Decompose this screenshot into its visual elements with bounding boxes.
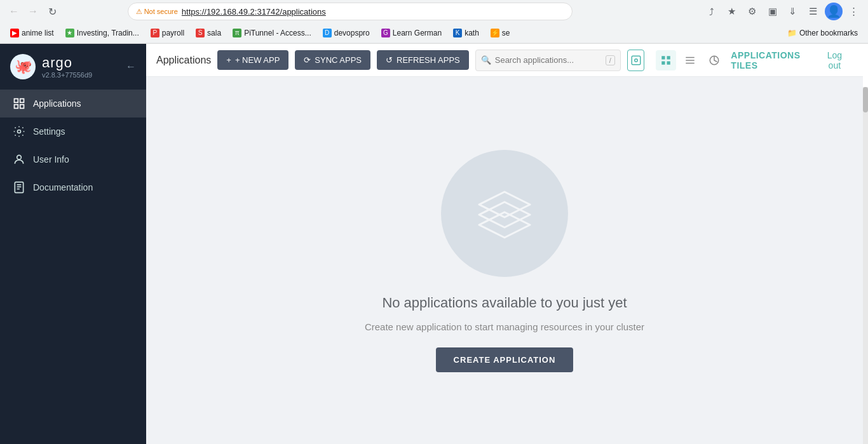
bookmark-se[interactable]: ⚡ se [485,25,515,41]
bookmark-favicon: G [381,29,390,37]
svg-rect-14 [662,61,665,64]
sidebar-item-label: Settings [33,126,65,137]
back-button[interactable]: ← [5,3,23,20]
sidebar-item-applications[interactable]: Applications [0,90,146,118]
svg-rect-3 [20,105,24,109]
list-view-button[interactable] [680,50,700,71]
main-content: Applications + + NEW APP ⟳ SYNC APPS ↺ R… [146,44,863,444]
share-button[interactable]: ⤴ [703,3,721,20]
sidebar-item-label: Applications [33,98,81,109]
menu-button[interactable]: ⋮ [845,3,863,20]
bookmark-star-button[interactable]: ★ [723,3,741,20]
bookmark-favicon: S [196,29,205,37]
warning-icon: ⚠ [136,8,142,16]
empty-state: No applications available to you just ye… [146,77,863,444]
empty-state-subtitle: Create new application to start managing… [365,321,644,332]
bookmark-pitunnel[interactable]: π PiTunnel - Access... [227,25,316,41]
bookmark-anime-list[interactable]: ▶ anime list [5,25,59,41]
bookmark-sala[interactable]: S sala [191,25,226,41]
logout-button[interactable]: Log out [817,46,853,74]
app-container: 🐙 argo v2.8.3+77556d9 ← Applications [0,44,868,444]
user-info-icon [13,153,25,166]
logo-icon: 🐙 [10,54,36,79]
toolbar-icons: ⤴ ★ ⚙ ▣ ⇓ ☰ 👤 ⋮ [703,3,863,20]
page-title: Applications [156,55,211,66]
bookmark-favicon: ⚡ [491,29,499,37]
logo-text: argo [42,55,119,71]
extensions-button[interactable]: ⚙ [743,3,761,20]
view-toggle [656,50,724,71]
download-button[interactable]: ⇓ [784,3,802,20]
sidebar-toggle-button[interactable]: ☰ [804,3,822,20]
bookmark-favicon: π [233,29,241,37]
sidebar-item-settings[interactable]: Settings [0,118,146,145]
sidebar: 🐙 argo v2.8.3+77556d9 ← Applications [0,44,146,444]
svg-rect-10 [632,56,641,65]
settings-icon [13,125,25,138]
svg-rect-1 [20,99,24,103]
grid-view-button[interactable] [656,50,676,71]
reload-button[interactable]: ↻ [43,3,61,20]
bookmark-label: Learn German [393,29,442,37]
scrollbar-track[interactable] [863,87,868,444]
refresh-apps-button[interactable]: ↺ REFRESH APPS [377,50,469,70]
bookmark-favicon: P [151,29,159,37]
filter-button[interactable] [627,50,645,71]
sync-apps-button[interactable]: ⟳ SYNC APPS [295,50,370,70]
bookmark-investing[interactable]: ★ Investing, Tradin... [60,25,144,41]
bookmarks-bar: ▶ anime list ★ Investing, Tradin... P pa… [0,23,868,43]
nav-buttons: ← → ↻ [5,3,61,20]
logo-octopus: 🐙 [15,58,32,75]
cast-button[interactable]: ▣ [764,3,782,20]
search-icon: 🔍 [481,55,491,65]
svg-point-11 [634,58,637,62]
applications-tiles-label: APPLICATIONS TILES [731,50,810,71]
collapse-sidebar-button[interactable]: ← [126,61,136,72]
bookmark-label: PiTunnel - Access... [244,29,311,37]
scrollbar-thumb[interactable] [863,87,868,112]
refresh-icon: ↺ [386,55,393,65]
sidebar-nav: Applications Settings Us [0,90,146,444]
bookmark-devopspro[interactable]: D devopspro [318,25,375,41]
bookmark-payroll[interactable]: P payroll [146,25,189,41]
bookmark-label: sala [207,29,221,37]
svg-point-4 [18,130,21,133]
bookmark-learn-german[interactable]: G Learn German [376,25,447,41]
address-bar[interactable]: ⚠ Not secure https://192.168.49.2:31742/… [128,3,573,20]
bookmark-favicon: K [453,29,462,37]
bookmark-label: se [502,29,510,37]
svg-rect-0 [15,99,18,103]
bookmark-label: Investing, Tradin... [77,29,139,37]
new-app-button[interactable]: + + NEW APP [217,50,288,70]
profile-button[interactable]: 👤 [825,3,843,20]
other-bookmarks[interactable]: 📁 Other bookmarks [782,27,863,39]
logo-version: v2.8.3+77556d9 [42,71,119,79]
logo-text-container: argo v2.8.3+77556d9 [42,55,119,79]
empty-icon-circle [441,150,568,277]
bookmark-favicon: ★ [65,29,74,37]
applications-icon [13,97,25,110]
search-slash-hint: / [606,55,615,65]
layers-illustration [466,175,543,252]
sidebar-item-user-info[interactable]: User Info [0,145,146,173]
new-app-icon: + [226,55,231,65]
documentation-icon [13,181,25,194]
bookmark-label: anime list [22,29,54,37]
search-input[interactable] [495,55,602,65]
chart-view-button[interactable] [704,50,724,71]
create-application-button[interactable]: CREATE APPLICATION [436,347,574,372]
folder-icon: 📁 [787,29,797,37]
security-warning: ⚠ Not secure [136,8,178,16]
svg-rect-15 [667,61,670,64]
bookmark-favicon: ▶ [10,29,19,37]
svg-rect-13 [667,56,670,59]
bookmark-label: devopspro [334,29,370,37]
bookmark-kath[interactable]: K kath [448,25,484,41]
svg-point-5 [17,155,22,159]
search-container[interactable]: 🔍 / [475,50,621,71]
bookmark-label: kath [465,29,479,37]
sidebar-item-documentation[interactable]: Documentation [0,173,146,201]
forward-button[interactable]: → [24,3,42,20]
sidebar-item-label: User Info [33,154,69,165]
svg-rect-12 [662,56,665,59]
